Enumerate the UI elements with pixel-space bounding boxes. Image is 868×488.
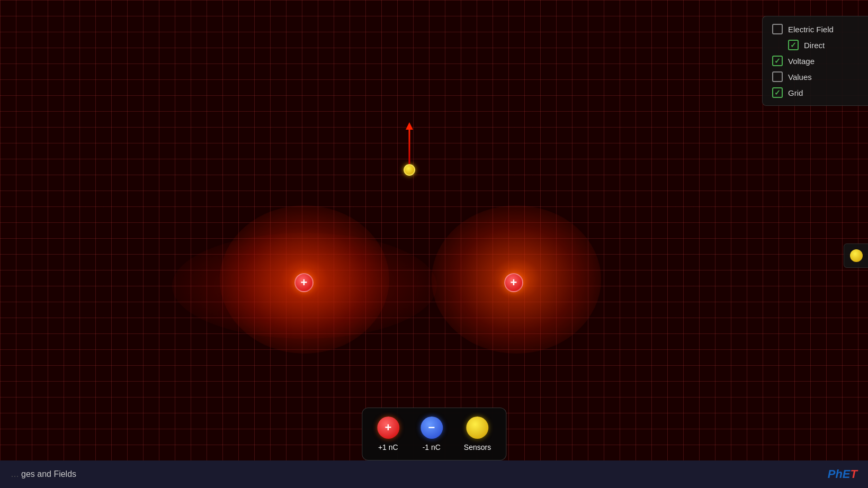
direction-only-control[interactable]: Direct — [772, 40, 858, 50]
side-panel-indicator — [850, 249, 863, 262]
voltage-label: Voltage — [788, 57, 815, 66]
sensors-label: Sensors — [464, 443, 491, 451]
sensor-icon[interactable] — [466, 417, 488, 439]
direction-only-label: Direct — [804, 41, 825, 50]
values-control[interactable]: Values — [772, 71, 858, 82]
sensor-dot[interactable] — [404, 164, 415, 176]
phet-logo-t: T — [851, 467, 857, 481]
positive-charge-icon[interactable]: + — [377, 417, 399, 439]
electric-field-checkbox[interactable] — [772, 24, 783, 34]
positive-charge-label: +1 nC — [378, 443, 398, 451]
phet-logo: PhE T — [828, 467, 857, 481]
bottom-toolbar: + +1 nC − -1 nC Sensors — [362, 408, 506, 460]
simulation-canvas[interactable]: + + — [0, 0, 868, 460]
sensor-arrowhead — [406, 122, 413, 130]
voltage-sensor[interactable] — [404, 164, 415, 176]
grid-checkbox[interactable] — [772, 87, 783, 98]
right-positive-charge[interactable]: + — [504, 273, 523, 292]
sensors-tool[interactable]: Sensors — [464, 417, 491, 451]
side-panel-tab[interactable] — [844, 243, 868, 268]
negative-charge-tool[interactable]: − -1 nC — [420, 417, 443, 451]
sensor-arrow-shaft — [409, 130, 410, 164]
electric-field-label: Electric Field — [788, 25, 834, 34]
negative-charge-icon[interactable]: − — [420, 417, 443, 439]
grid-label: Grid — [788, 88, 803, 97]
electric-field-control[interactable]: Electric Field — [772, 24, 858, 34]
voltage-control[interactable]: Voltage — [772, 56, 858, 66]
negative-charge-label: -1 nC — [423, 443, 441, 451]
grid-control[interactable]: Grid — [772, 87, 858, 98]
bottom-bar: … ges and Fields PhE T — [0, 460, 868, 488]
values-checkbox[interactable] — [772, 71, 783, 82]
positive-charge-tool[interactable]: + +1 nC — [377, 417, 399, 451]
controls-panel: Electric Field Direct Voltage Values Gri… — [762, 16, 868, 106]
phet-logo-text: PhE — [828, 467, 851, 481]
values-label: Values — [788, 73, 812, 82]
app-title: ges and Fields — [21, 469, 76, 479]
grid-overlay — [0, 0, 868, 460]
direction-only-checkbox[interactable] — [788, 40, 799, 50]
left-positive-charge[interactable]: + — [294, 273, 314, 292]
voltage-checkbox[interactable] — [772, 56, 783, 66]
